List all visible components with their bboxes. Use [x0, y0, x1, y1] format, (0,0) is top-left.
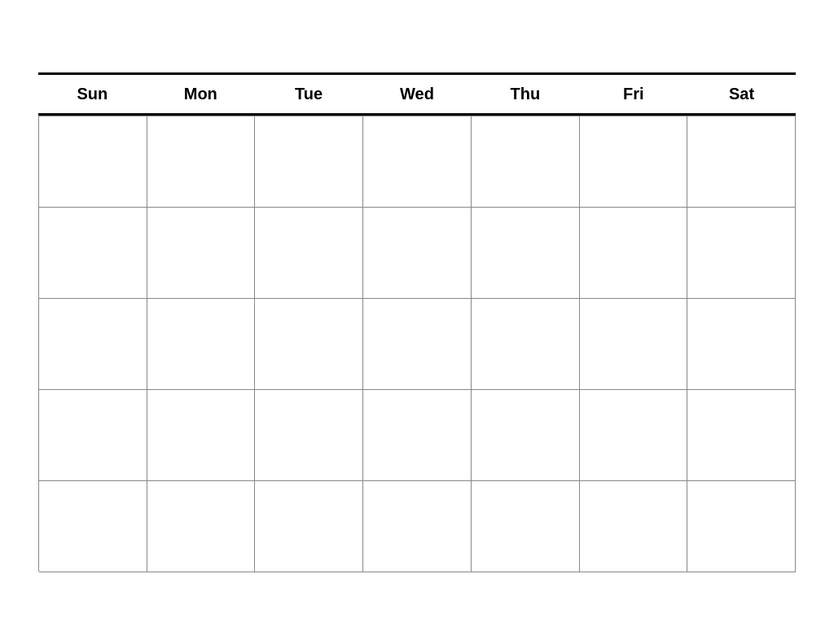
table-row[interactable]	[39, 299, 147, 390]
table-row[interactable]	[580, 116, 688, 208]
table-row[interactable]	[255, 116, 363, 208]
calendar-grid	[38, 116, 796, 572]
day-header-tue: Tue	[255, 75, 363, 113]
table-row[interactable]	[363, 299, 472, 390]
day-header-mon: Mon	[147, 75, 255, 113]
day-header-sat: Sat	[687, 75, 796, 113]
table-row[interactable]	[147, 481, 256, 572]
table-row[interactable]	[147, 390, 256, 481]
table-row[interactable]	[580, 299, 688, 390]
table-row[interactable]	[363, 390, 472, 481]
table-row[interactable]	[39, 116, 147, 208]
table-row[interactable]	[255, 481, 363, 572]
table-row[interactable]	[363, 208, 472, 299]
table-row[interactable]	[147, 116, 256, 208]
table-row[interactable]	[147, 208, 256, 299]
table-row[interactable]	[363, 116, 472, 208]
table-row[interactable]	[39, 208, 147, 299]
table-row[interactable]	[580, 481, 688, 572]
table-row[interactable]	[472, 299, 580, 390]
table-row[interactable]	[580, 208, 688, 299]
table-row[interactable]	[255, 390, 363, 481]
day-header-thu: Thu	[471, 75, 579, 113]
table-row[interactable]	[687, 208, 796, 299]
table-row[interactable]	[472, 390, 580, 481]
day-header-fri: Fri	[579, 75, 687, 113]
table-row[interactable]	[255, 299, 363, 390]
table-row[interactable]	[687, 390, 796, 481]
day-header-wed: Wed	[363, 75, 472, 113]
table-row[interactable]	[147, 299, 256, 390]
table-row[interactable]	[687, 299, 796, 390]
table-row[interactable]	[255, 208, 363, 299]
table-row[interactable]	[472, 481, 580, 572]
table-row[interactable]	[472, 208, 580, 299]
calendar: Sun Mon Tue Wed Thu Fri Sat	[38, 72, 796, 572]
table-row[interactable]	[472, 116, 580, 208]
table-row[interactable]	[363, 481, 472, 572]
day-header-sun: Sun	[38, 75, 147, 113]
table-row[interactable]	[39, 481, 147, 572]
table-row[interactable]	[39, 390, 147, 481]
calendar-header: Sun Mon Tue Wed Thu Fri Sat	[38, 72, 796, 116]
table-row[interactable]	[580, 390, 688, 481]
table-row[interactable]	[687, 481, 796, 572]
table-row[interactable]	[687, 116, 796, 208]
